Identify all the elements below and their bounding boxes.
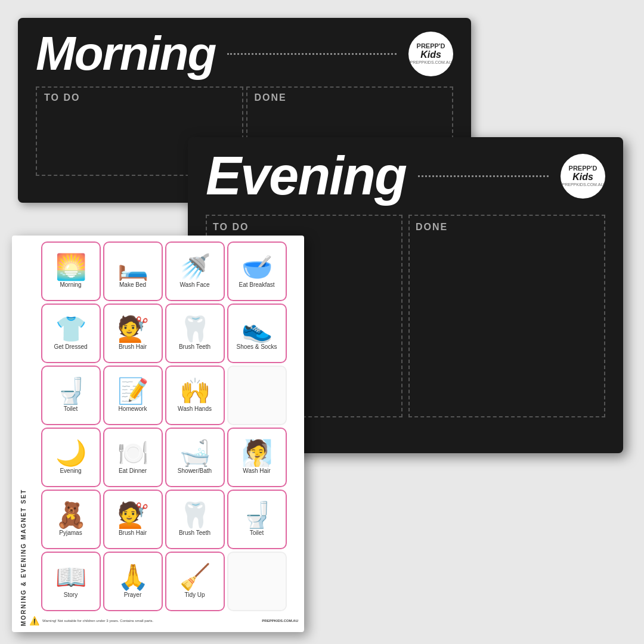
- magnet-story: 📖 Story: [41, 552, 101, 611]
- magnet-toilet-2: 🚽 Toilet: [227, 490, 287, 549]
- magnet-sheet: MORNING & EVENING MAGNET SET 🌅 Morning 🛏…: [12, 236, 304, 632]
- magnet-shower-bath: 🛁 Shower/Bath: [165, 428, 225, 487]
- magnet-row-4: 🌙 Evening 🍽️ Eat Dinner 🛁 Shower/Bath 🧖 …: [29, 428, 298, 487]
- evening-title: Evening: [206, 149, 406, 203]
- magnet-prayer: 🙏 Prayer: [103, 552, 163, 611]
- magnet-eat-breakfast: 🥣 Eat Breakfast: [227, 242, 287, 301]
- magnet-row-6: 📖 Story 🙏 Prayer 🧹 Tidy Up: [29, 552, 298, 611]
- morning-done-label: DONE: [255, 92, 287, 103]
- magnet-tidy-up: 🧹 Tidy Up: [165, 552, 225, 611]
- magnet-pyjamas: 🧸 Pyjamas: [41, 490, 101, 549]
- morning-todo-label: TO DO: [44, 92, 80, 103]
- logo-url: PREPPKIDS.COM.AU: [410, 60, 451, 64]
- magnet-make-bed: 🛏️ Make Bed: [103, 242, 163, 301]
- warning-row: ⚠️ Warning! Not suitable for children un…: [29, 616, 298, 626]
- evening-done-col: DONE: [408, 215, 605, 417]
- morning-logo: PREPP'D Kids PREPPKIDS.COM.AU: [408, 32, 453, 76]
- magnet-row-5: 🧸 Pyjamas 💇 Brush Hair 🦷 Brush Teeth 🚽 T…: [29, 490, 298, 549]
- side-label: MORNING & EVENING MAGNET SET: [18, 242, 29, 626]
- magnet-morning: 🌅 Morning: [41, 242, 101, 301]
- evening-divider: [418, 175, 549, 177]
- magnet-row-3: 🚽 Toilet 📝 Homework 🙌 Wash Hands: [29, 366, 298, 425]
- morning-title: Morning: [36, 30, 215, 78]
- magnet-wash-hair: 🧖 Wash Hair: [227, 428, 287, 487]
- magnet-empty-2: [227, 552, 287, 611]
- magnet-empty-1: [227, 366, 287, 425]
- evening-logo-url: PREPPKIDS.COM.AU: [562, 182, 603, 187]
- magnet-homework: 📝 Homework: [103, 366, 163, 425]
- magnet-evening: 🌙 Evening: [41, 428, 101, 487]
- magnet-row-2: 👕 Get Dressed 💇 Brush Hair 🦷 Brush Teeth…: [29, 304, 298, 363]
- magnet-eat-dinner: 🍽️ Eat Dinner: [103, 428, 163, 487]
- divider-line: [227, 53, 397, 55]
- magnet-shoes-socks: 👟 Shoes & Socks: [227, 304, 287, 363]
- magnet-wash-face: 🚿 Wash Face: [165, 242, 225, 301]
- evening-logo: PREPP'D Kids PREPPKIDS.COM.AU: [561, 154, 605, 199]
- magnet-brush-hair-1: 💇 Brush Hair: [103, 304, 163, 363]
- evening-logo-prepp: PREPP'D: [569, 165, 597, 172]
- scene: Morning PREPP'D Kids PREPPKIDS.COM.AU TO…: [0, 0, 644, 644]
- evening-todo-label: TO DO: [213, 222, 249, 232]
- warning-text: Warning! Not suitable for children under…: [42, 619, 153, 623]
- magnet-get-dressed: 👕 Get Dressed: [41, 304, 101, 363]
- magnet-toilet-1: 🚽 Toilet: [41, 366, 101, 425]
- magnet-row-1: 🌅 Morning 🛏️ Make Bed 🚿 Wash Face 🥣 Eat …: [29, 242, 298, 301]
- logo-kids: Kids: [420, 49, 441, 60]
- magnet-wash-hands: 🙌 Wash Hands: [165, 366, 225, 425]
- evening-logo-kids: Kids: [572, 172, 593, 182]
- magnet-brush-teeth-1: 🦷 Brush Teeth: [165, 304, 225, 363]
- magnet-brush-hair-2: 💇 Brush Hair: [103, 490, 163, 549]
- magnets-area: 🌅 Morning 🛏️ Make Bed 🚿 Wash Face 🥣 Eat …: [29, 242, 298, 626]
- magnet-brush-teeth-2: 🦷 Brush Teeth: [165, 490, 225, 549]
- logo-prepp: PREPP'D: [417, 43, 445, 49]
- evening-done-label: DONE: [416, 222, 448, 232]
- bottom-url: PREPPKIDS.COM.AU: [262, 619, 298, 623]
